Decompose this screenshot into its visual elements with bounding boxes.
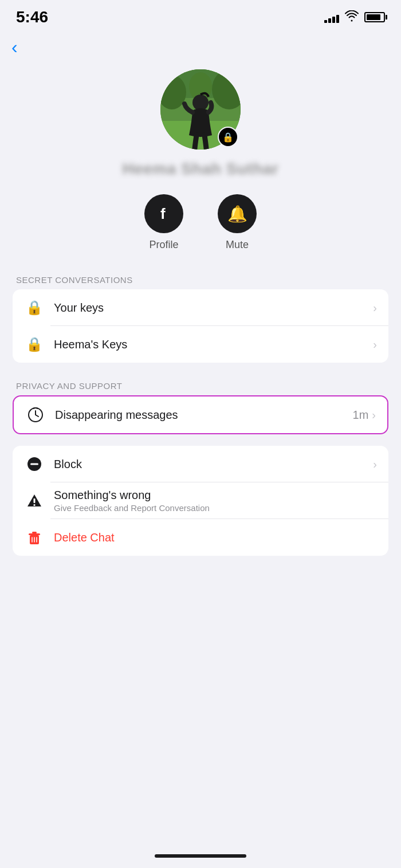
your-keys-content: Your keys	[54, 301, 373, 315]
warning-icon	[26, 493, 42, 509]
mute-action[interactable]: 🔔 Mute	[218, 194, 257, 251]
something-wrong-label: Something's wrong	[54, 489, 377, 502]
clock-icon	[27, 407, 44, 423]
your-keys-right: ›	[373, 301, 377, 315]
block-right: ›	[373, 458, 377, 471]
block-circle-icon	[26, 456, 42, 472]
disappearing-messages-right: 1m ›	[353, 409, 376, 422]
heemas-keys-chevron: ›	[373, 338, 377, 351]
disappearing-messages-chevron: ›	[372, 409, 376, 422]
heemas-keys-icon: 🔒	[24, 334, 45, 355]
your-keys-chevron: ›	[373, 301, 377, 315]
svg-text:f: f	[160, 205, 166, 222]
trash-icon	[26, 529, 42, 545]
secret-conversations-header: SECRET CONVERSATIONS	[0, 268, 401, 289]
facebook-icon: f	[155, 205, 172, 222]
signal-bar-3	[332, 17, 335, 23]
profile-action[interactable]: f Profile	[144, 194, 183, 251]
home-indicator	[155, 854, 246, 858]
svg-rect-16	[32, 532, 37, 533]
heemas-keys-label: Heema's Keys	[54, 338, 373, 351]
heemas-keys-row[interactable]: 🔒 Heema's Keys ›	[13, 326, 388, 363]
mute-action-circle[interactable]: 🔔	[218, 194, 257, 233]
svg-rect-11	[30, 464, 38, 465]
profile-action-circle[interactable]: f	[144, 194, 183, 233]
profile-section: 🔒 Heema Shah Suthar f Profile 🔔 Mute	[0, 64, 401, 268]
signal-bar-2	[328, 18, 331, 23]
status-icons	[324, 10, 385, 25]
something-wrong-row[interactable]: Something's wrong Give Feedback and Repo…	[13, 482, 388, 519]
block-label: Block	[54, 458, 373, 471]
svg-point-6	[192, 95, 209, 111]
something-wrong-subtitle: Give Feedback and Report Conversation	[54, 503, 377, 513]
disappearing-messages-label: Disappearing messages	[55, 409, 353, 422]
signal-bars-icon	[324, 11, 339, 23]
your-keys-icon: 🔒	[24, 297, 45, 318]
heemas-keys-right: ›	[373, 338, 377, 351]
status-time: 5:46	[16, 8, 48, 26]
privacy-support-rest: Block › Something's wrong Give Feedback …	[13, 446, 388, 556]
back-arrow-icon[interactable]: ‹	[11, 37, 18, 57]
privacy-support-group: Disappearing messages 1m ›	[13, 395, 388, 434]
something-wrong-icon	[24, 490, 45, 511]
delete-chat-label: Delete Chat	[54, 531, 377, 544]
bell-icon: 🔔	[227, 205, 247, 223]
status-bar: 5:46	[0, 0, 401, 31]
block-icon	[24, 454, 45, 474]
disappearing-messages-value: 1m	[353, 409, 369, 422]
avatar-container: 🔒	[160, 69, 241, 150]
signal-bar-1	[324, 20, 327, 23]
block-content: Block	[54, 458, 373, 471]
user-name: Heema Shah Suthar	[122, 160, 278, 178]
heemas-keys-content: Heema's Keys	[54, 338, 373, 351]
delete-chat-content: Delete Chat	[54, 531, 377, 544]
svg-rect-12	[34, 498, 36, 503]
lock-badge: 🔒	[218, 127, 238, 147]
signal-bar-4	[336, 15, 339, 23]
disappearing-messages-row[interactable]: Disappearing messages 1m ›	[14, 396, 387, 433]
block-chevron: ›	[373, 458, 377, 471]
block-row[interactable]: Block ›	[13, 446, 388, 482]
wifi-icon	[345, 10, 359, 25]
lock-badge-icon: 🔒	[222, 132, 234, 143]
your-keys-row[interactable]: 🔒 Your keys ›	[13, 289, 388, 326]
secret-conversations-group: 🔒 Your keys › 🔒 Heema's Keys ›	[13, 289, 388, 363]
delete-chat-row[interactable]: Delete Chat	[13, 519, 388, 556]
battery-fill	[367, 14, 380, 20]
something-wrong-content: Something's wrong Give Feedback and Repo…	[54, 489, 377, 513]
privacy-support-header: PRIVACY AND SUPPORT	[0, 374, 401, 395]
disappearing-messages-icon	[25, 404, 46, 425]
svg-rect-13	[34, 504, 36, 506]
disappearing-messages-content: Disappearing messages	[55, 409, 353, 422]
back-button-area[interactable]: ‹	[0, 31, 401, 64]
your-keys-label: Your keys	[54, 301, 373, 315]
mute-action-label: Mute	[226, 239, 249, 251]
svg-rect-15	[29, 533, 40, 535]
profile-action-label: Profile	[149, 239, 178, 251]
battery-icon	[364, 12, 385, 22]
action-buttons: f Profile 🔔 Mute	[144, 194, 257, 251]
delete-chat-icon	[24, 527, 45, 548]
